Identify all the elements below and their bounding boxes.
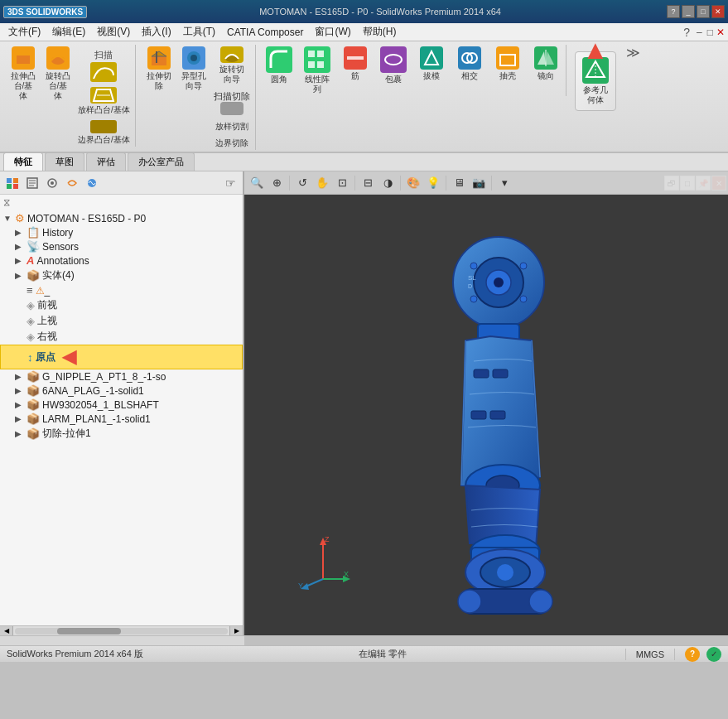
tree-item-front[interactable]: ◈ 前视 [0,297,243,313]
btn-mirror[interactable]: 镜向 [529,45,562,83]
vp-camera[interactable]: 📷 [470,174,488,192]
expand-history[interactable]: ▶ [15,228,25,238]
tab-sketch[interactable]: 草图 [45,152,84,171]
tree-scrollbar[interactable]: ◀ ▶ [0,625,243,635]
expand-root[interactable]: ▼ [3,214,13,224]
tree-item-hw[interactable]: ▶ 📦 HW9302054_1_BLSHAFT [0,398,243,412]
tab-evaluate[interactable]: 评估 [86,152,126,171]
vp-lights[interactable]: 💡 [424,174,442,192]
window-controls[interactable]: ? _ □ ✕ [667,5,725,18]
expand-right[interactable] [15,332,25,342]
expand-sensors[interactable]: ▶ [15,242,25,252]
icon-top: ◈ [27,315,35,327]
expand-annotations[interactable]: ▶ [15,256,25,266]
menu-window[interactable]: 窗口(W) [310,23,355,41]
minimize-button[interactable]: ? [667,5,680,18]
btn-hole-wizard[interactable]: 异型孔向导 [177,45,210,93]
btn-loft-boss[interactable]: 放样凸台/基体 [76,85,132,117]
menu-insert[interactable]: 插入(I) [137,23,176,41]
menu-tools[interactable]: 工具(T) [178,23,220,41]
vp-rotate[interactable]: ↺ [293,174,311,192]
btn-mategroup[interactable] [63,174,81,192]
tree-item-warning[interactable]: ≡ ⚠ _ [0,283,243,297]
btn-intersect[interactable]: 相交 [453,45,486,83]
app-min[interactable]: □ [707,27,713,38]
expand-larm[interactable]: ▶ [15,414,25,424]
btn-config[interactable] [43,174,61,192]
tree-item-root[interactable]: ▼ ⚙ MOTOMAN - ES165D - P0 [0,211,243,225]
menu-edit[interactable]: 编辑(E) [47,23,90,41]
expand-hw[interactable]: ▶ [15,400,25,410]
btn-wrap[interactable]: 包裹 [377,45,410,86]
btn-boundary-cut[interactable]: 边界切除 [214,135,250,150]
btn-featureman[interactable] [3,174,22,192]
expand-gnipple[interactable]: ▶ [15,372,25,382]
vp-more[interactable]: ▾ [495,174,513,192]
menu-view[interactable]: 视图(V) [92,23,135,41]
ribbon-expand-icon[interactable]: ≫ [626,45,640,60]
menu-help[interactable]: 帮助(H) [358,23,402,41]
tree-item-right[interactable]: ◈ 右视 [0,329,243,345]
tab-features[interactable]: 特征 [3,152,43,171]
tree-item-larm[interactable]: ▶ 📦 LARM_PLAN1_-1-solid1 [0,412,243,426]
maximize-btn[interactable]: □ [697,5,710,18]
icon-root: ⚙ [15,212,25,224]
tree-item-sensors[interactable]: ▶ 📡 Sensors [0,239,243,253]
vp-view[interactable]: ◑ [378,174,397,192]
expand-cut[interactable]: ▶ [15,429,25,439]
btn-sweep[interactable]: 扫描 [87,45,120,84]
btn-revolve-boss[interactable]: 旋转凸台/基体 [41,45,75,103]
vp-zoom-box[interactable]: ⊡ [333,174,351,192]
btn-linear-pattern[interactable]: 线性阵列 [301,45,334,96]
ribbon-more-btn[interactable]: ≫ [626,45,640,60]
vp-display-style[interactable]: 🎨 [404,174,422,192]
btn-fillet[interactable]: 圆角 [263,45,296,86]
close-btn[interactable]: ✕ [711,5,725,18]
tree-item-annotations[interactable]: ▶ A Annotations [0,253,243,268]
app-close[interactable]: ✕ [716,27,725,38]
vp-pan[interactable]: ✋ [313,174,331,192]
btn-draft[interactable]: 拔模 [415,45,448,83]
tree-item-history[interactable]: ▶ 📋 History [0,225,243,239]
expand-front[interactable] [15,301,25,311]
tree-item-6ana[interactable]: ▶ 📦 6ANA_PLAG_-1-solid1 [0,384,243,398]
scroll-right-btn[interactable]: ▶ [229,626,243,636]
expand-6ana[interactable]: ▶ [15,386,25,396]
vp-zoom-in[interactable]: 🔍 [248,174,266,192]
minimize-btn[interactable]: _ [682,5,695,18]
status-green-icon[interactable]: ✓ [706,647,721,662]
expand-origin[interactable] [16,352,26,362]
vp-scene[interactable]: 🖥 [450,174,468,192]
tree-item-top[interactable]: ◈ 上视 [0,313,243,329]
tree-item-origin[interactable]: ↕ 原点 ◀ [0,345,243,369]
menu-catia[interactable]: CATIA Composer [222,25,308,40]
tree-item-cut[interactable]: ▶ 📦 切除-拉伸1 [0,426,243,442]
btn-boundary-boss[interactable]: 边界凸台/基体 [76,118,132,147]
ribbon-group-cut: 拉伸切除 异型孔向导 旋转切向导 扫描切除 放样切 [139,45,256,150]
btn-sweep-cut[interactable]: 扫描切除 [212,88,252,117]
btn-loft-cut[interactable]: 放样切割 [214,118,250,133]
btn-extrude-cut[interactable]: 拉伸切除 [142,45,176,93]
expand-solid[interactable]: ▶ [15,271,25,281]
btn-shell[interactable]: 抽壳 [491,45,524,83]
minimize-ribbon[interactable]: – [697,27,702,38]
btn-extrude-boss[interactable]: 拉伸凸台/基体 [7,45,40,103]
btn-ref-geometry[interactable]: 参考几何体 [575,51,616,111]
btn-display[interactable] [83,174,101,192]
vp-zoom-fit[interactable]: ⊕ [268,174,286,192]
btn-revolve-cut[interactable]: 旋转切向导 [215,45,248,86]
expand-warning[interactable] [15,286,25,296]
bottom-scroll-bar[interactable] [0,635,244,645]
btn-cursor[interactable]: ☞ [221,174,239,192]
expand-top[interactable] [15,316,25,326]
btn-property[interactable] [23,174,41,192]
btn-rib[interactable]: 筋 [339,45,372,83]
tree-item-solid[interactable]: ▶ 📦 实体(4) [0,268,243,283]
help-search[interactable]: ? [678,26,695,39]
vp-section[interactable]: ⊟ [359,174,377,192]
menu-file[interactable]: 文件(F) [3,23,46,41]
scroll-left-btn[interactable]: ◀ [0,626,13,636]
tree-item-gnipple[interactable]: ▶ 📦 G_NIPPLE_A_PT1_8_-1-so [0,369,243,384]
status-help-icon[interactable]: ? [685,647,700,662]
tab-office[interactable]: 办公室产品 [128,152,195,171]
